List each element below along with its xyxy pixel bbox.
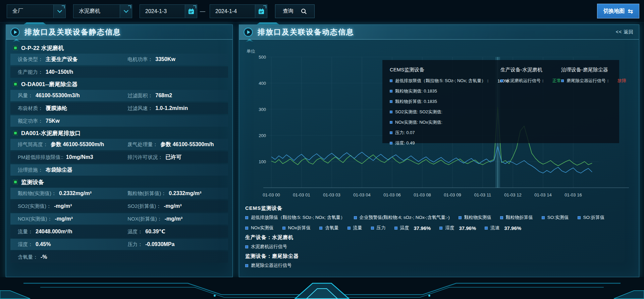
y-tick-label: 100: [259, 159, 266, 164]
legend-item[interactable]: 超低排放限值（颗拉物:5: SOz-; NOx; 含氧量）: [245, 215, 345, 221]
blue-square-icon: [390, 90, 392, 93]
field-label: 生产能力：: [18, 69, 43, 75]
tooltip-column-title: 治理设备-磨尾除尘器: [561, 67, 616, 73]
field-label: 含氧量：: [18, 254, 38, 260]
legend-item[interactable]: 流量: [347, 225, 362, 231]
legend-item-label: NOx实测值: [251, 225, 274, 231]
field-label: 湿度：: [18, 241, 33, 247]
field-label: 过滤风速：: [127, 105, 153, 111]
play-icon: [10, 27, 20, 37]
field-value: -mg/m³: [55, 216, 73, 222]
info-cell: SO2(实测值)：-mg/m³: [11, 203, 121, 210]
table-row: SO2(实测值)：-mg/m³SO2(折算值)：-mg/m³: [10, 200, 228, 212]
device-select[interactable]: 水泥磨机: [73, 4, 132, 18]
table-row: 布袋材质：覆膜涤纶过滤风速：1.0-1.2m/min: [10, 103, 228, 114]
legend-item[interactable]: 水泥磨机运行信号: [245, 244, 287, 250]
field-value: 10mg/Nm3: [66, 154, 93, 160]
info-cell: 温度：60.39℃: [121, 228, 227, 235]
legend-item[interactable]: NOx实测值: [245, 225, 274, 231]
end-date-input[interactable]: 2024-1-4: [210, 4, 267, 18]
switch-map-button[interactable]: 切换地图 ⇆: [597, 4, 639, 18]
legend-item[interactable]: 流速37.96%: [485, 225, 521, 231]
start-date-input[interactable]: 2024-1-3: [140, 4, 197, 18]
info-cell: PM超低排排放限值::10mg/Nm3: [11, 154, 121, 161]
field-value: 0.2332mg/m³: [59, 190, 92, 196]
tooltip-item-text: NOx实测值: NOx实测值:: [395, 119, 442, 125]
legend-item[interactable]: 压力: [371, 225, 386, 231]
device-select-value: 水泥磨机: [73, 8, 120, 15]
field-label: 设备类型：: [18, 56, 43, 62]
table-row: 治理措施：布袋除尘器: [10, 164, 228, 176]
field-label: NOX(实测值)：: [18, 216, 52, 222]
field-value: 3350Kw: [155, 56, 175, 62]
info-cell: 风量：46100-55300m3/h: [11, 93, 121, 99]
legend-item[interactable]: 湿度37.96%: [439, 225, 476, 231]
static-info-body: O-P-22 水泥磨机设备类型：主要生产设备电机功率：3350Kw生产能力：14…: [10, 42, 228, 264]
blue-square-icon: [500, 79, 503, 82]
legend-item-label: 企业预警值(颗粒物:4; sOz-; NOx-;含氧气量:-): [360, 215, 450, 221]
tooltip-item-text: 超低排放限值（颗拉物:5: SOz-; NOx; 含氧量）：: [395, 78, 490, 84]
field-value: 46100-55300m3/h: [36, 93, 80, 98]
info-cell: 废气处理量：参数 46100-55300m/h: [121, 141, 227, 148]
x-tick-label: 01-03 06: [383, 192, 400, 197]
field-value: -mg/m³: [164, 203, 181, 209]
legend-area: CEMS监测设备超低排放限值（颗拉物:5: SOz-; NOx; 含氧量）企业预…: [245, 202, 633, 268]
field-label: 排气筒高度：: [18, 141, 48, 147]
blue-square-icon: [542, 216, 545, 219]
x-tick-label: 01-03 00: [263, 192, 280, 197]
tooltip-item-text: SO2实测值: SO2实测值:: [395, 109, 442, 115]
section-heading: DA001-水泥磨尾排放口: [11, 128, 228, 138]
field-value: 0.45%: [36, 241, 51, 247]
search-icon: [301, 8, 307, 14]
field-label: 风量：: [18, 93, 33, 98]
tooltip-item-text: 磨尾除尘器运行信号：: [567, 78, 610, 84]
tooltip-item: NOx实测值: NOx实测值:: [390, 119, 500, 125]
green-square-icon: [13, 180, 18, 184]
calendar-icon[interactable]: [185, 5, 197, 18]
static-panel-title: 排放口及关联设备静态信息: [24, 27, 121, 37]
section-heading: 监测设备: [11, 177, 228, 187]
field-value: 75Kw: [46, 118, 60, 124]
y-tick-label: 200: [259, 133, 266, 138]
info-cell: SO2(折算值)：-mg/m³: [121, 203, 227, 210]
table-row: PM超低排排放限值::10mg/Nm3排污许可状况：已许可: [10, 152, 228, 163]
blue-square-icon: [245, 227, 248, 230]
dynamic-info-header: 排放口及关联设备动态信息 << 返回: [239, 25, 639, 40]
tooltip-item-value: 故障: [618, 78, 626, 84]
tooltip-column-title: CEMS监测设备: [390, 67, 500, 73]
legend-item[interactable]: 含氧量: [319, 225, 339, 231]
legend-item-label: 颗粒物实测值: [464, 215, 491, 221]
query-button[interactable]: 查询: [275, 4, 315, 18]
legend-item[interactable]: 磨尾除尘器运行信号: [245, 262, 292, 268]
tooltip-item-text: 颗粒物实测值: 0.1835: [395, 88, 437, 94]
legend-items: 超低排放限值（颗拉物:5: SOz-; NOx; 含氧量）企业预警值(颗粒物:4…: [245, 215, 633, 231]
blue-square-icon: [354, 216, 357, 219]
legend-item[interactable]: SO:实测值: [542, 215, 569, 221]
start-date-value: 2024-1-3: [140, 8, 185, 14]
legend-item-label: NOx折算值: [288, 225, 311, 231]
legend-item[interactable]: NOx折算值: [282, 225, 311, 231]
blue-square-icon: [347, 227, 351, 230]
chevron-down-icon[interactable]: [120, 5, 132, 18]
legend-item-label: 水泥磨机运行信号: [251, 244, 287, 250]
calendar-icon[interactable]: [255, 5, 267, 18]
blue-square-icon: [390, 79, 392, 82]
tooltip-item-text: 湿度: 0.49: [395, 140, 415, 146]
field-value: 参数 46100-55300m/h: [160, 141, 214, 147]
legend-item[interactable]: SO:折算值: [578, 215, 605, 221]
tooltip-item-text: 颗粒物折算值: 0.1835: [395, 99, 437, 105]
info-cell: 颗粒物(实测值)：0.2332mg/m³: [11, 190, 121, 197]
plant-select[interactable]: 全厂: [7, 4, 66, 18]
blue-square-icon: [459, 216, 462, 219]
chevron-down-icon[interactable]: [53, 5, 65, 18]
field-label: 布袋材质：: [18, 105, 43, 111]
table-row: 排气筒高度：参数 46100-55300m/h废气处理量：参数 46100-55…: [10, 139, 228, 150]
field-value: 已许可: [165, 154, 181, 160]
legend-item[interactable]: 企业预警值(颗粒物:4; sOz-; NOx-;含氧气量:-): [354, 215, 450, 221]
back-link[interactable]: << 返回: [616, 29, 634, 35]
legend-item[interactable]: 温度37.96%: [394, 225, 431, 231]
info-cell: 额定功率：75Kw: [11, 118, 121, 124]
info-cell: 颗粒物(折算值)：0.2332mg/m³: [121, 190, 227, 197]
legend-item[interactable]: 颗粒物折算值: [500, 215, 533, 221]
legend-item[interactable]: 颗粒物实测值: [459, 215, 491, 221]
